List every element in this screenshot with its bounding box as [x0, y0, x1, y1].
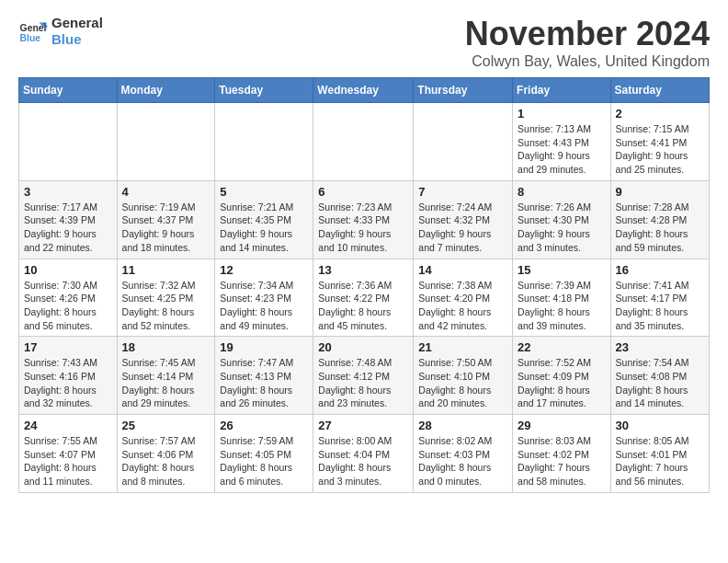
calendar-empty	[117, 103, 215, 181]
calendar-week-row: 1Sunrise: 7:13 AMSunset: 4:43 PMDaylight…	[19, 103, 710, 181]
day-info: Sunrise: 7:54 AMSunset: 4:08 PMDaylight:…	[616, 356, 704, 410]
calendar-day: 6Sunrise: 7:23 AMSunset: 4:33 PMDaylight…	[313, 180, 414, 259]
weekday-header: Tuesday	[215, 78, 313, 103]
calendar-day: 4Sunrise: 7:19 AMSunset: 4:37 PMDaylight…	[117, 180, 215, 259]
weekday-header: Sunday	[19, 78, 118, 103]
day-number: 19	[220, 340, 308, 354]
day-info: Sunrise: 7:28 AMSunset: 4:28 PMDaylight:…	[616, 201, 704, 255]
day-info: Sunrise: 7:19 AMSunset: 4:37 PMDaylight:…	[122, 201, 210, 255]
day-number: 5	[220, 185, 308, 199]
day-number: 1	[518, 107, 606, 121]
day-number: 10	[24, 263, 112, 277]
day-info: Sunrise: 7:59 AMSunset: 4:05 PMDaylight:…	[220, 434, 308, 488]
day-number: 28	[418, 419, 507, 432]
day-info: Sunrise: 7:26 AMSunset: 4:30 PMDaylight:…	[518, 201, 606, 255]
day-info: Sunrise: 8:02 AMSunset: 4:03 PMDaylight:…	[418, 434, 507, 488]
day-info: Sunrise: 7:23 AMSunset: 4:33 PMDaylight:…	[318, 201, 408, 255]
day-number: 16	[616, 263, 704, 277]
calendar-day: 10Sunrise: 7:30 AMSunset: 4:26 PMDayligh…	[19, 259, 118, 337]
day-info: Sunrise: 7:36 AMSunset: 4:22 PMDaylight:…	[318, 279, 408, 333]
day-number: 25	[122, 419, 210, 432]
day-info: Sunrise: 7:55 AMSunset: 4:07 PMDaylight:…	[24, 434, 112, 488]
day-info: Sunrise: 8:05 AMSunset: 4:01 PMDaylight:…	[616, 434, 704, 488]
day-number: 15	[518, 263, 606, 277]
day-info: Sunrise: 7:43 AMSunset: 4:16 PMDaylight:…	[24, 356, 112, 410]
calendar-week-row: 24Sunrise: 7:55 AMSunset: 4:07 PMDayligh…	[19, 415, 710, 493]
day-info: Sunrise: 7:41 AMSunset: 4:17 PMDaylight:…	[616, 279, 704, 333]
calendar-day: 25Sunrise: 7:57 AMSunset: 4:06 PMDayligh…	[117, 415, 215, 493]
day-number: 30	[616, 419, 704, 432]
day-number: 8	[518, 185, 606, 199]
day-info: Sunrise: 8:00 AMSunset: 4:04 PMDaylight:…	[318, 434, 408, 488]
calendar-day: 17Sunrise: 7:43 AMSunset: 4:16 PMDayligh…	[19, 337, 118, 415]
day-number: 22	[518, 340, 606, 354]
day-info: Sunrise: 7:21 AMSunset: 4:35 PMDaylight:…	[220, 201, 308, 255]
day-info: Sunrise: 7:32 AMSunset: 4:25 PMDaylight:…	[122, 279, 210, 333]
day-info: Sunrise: 7:15 AMSunset: 4:41 PMDaylight:…	[616, 122, 704, 177]
calendar-day: 28Sunrise: 8:02 AMSunset: 4:03 PMDayligh…	[414, 415, 513, 493]
day-number: 24	[24, 419, 112, 432]
calendar-day: 27Sunrise: 8:00 AMSunset: 4:04 PMDayligh…	[313, 415, 414, 493]
calendar-day: 26Sunrise: 7:59 AMSunset: 4:05 PMDayligh…	[215, 415, 313, 493]
day-number: 11	[122, 263, 210, 277]
weekday-header: Friday	[513, 78, 611, 103]
day-number: 27	[318, 419, 408, 432]
calendar-day: 20Sunrise: 7:48 AMSunset: 4:12 PMDayligh…	[313, 337, 414, 415]
calendar-day: 8Sunrise: 7:26 AMSunset: 4:30 PMDaylight…	[513, 180, 611, 259]
day-info: Sunrise: 7:38 AMSunset: 4:20 PMDaylight:…	[418, 279, 507, 333]
calendar-day: 12Sunrise: 7:34 AMSunset: 4:23 PMDayligh…	[215, 259, 313, 337]
calendar-day: 7Sunrise: 7:24 AMSunset: 4:32 PMDaylight…	[414, 180, 513, 259]
calendar-day: 30Sunrise: 8:05 AMSunset: 4:01 PMDayligh…	[610, 415, 709, 493]
day-number: 13	[318, 263, 408, 277]
day-number: 29	[518, 419, 606, 432]
calendar-day: 23Sunrise: 7:54 AMSunset: 4:08 PMDayligh…	[610, 337, 709, 415]
calendar-day: 14Sunrise: 7:38 AMSunset: 4:20 PMDayligh…	[414, 259, 513, 337]
day-number: 12	[220, 263, 308, 277]
day-info: Sunrise: 7:13 AMSunset: 4:43 PMDaylight:…	[518, 122, 606, 177]
logo: General Blue General Blue	[18, 15, 103, 48]
calendar-day: 19Sunrise: 7:47 AMSunset: 4:13 PMDayligh…	[215, 337, 313, 415]
calendar-day: 18Sunrise: 7:45 AMSunset: 4:14 PMDayligh…	[117, 337, 215, 415]
month-title: November 2024	[465, 15, 710, 53]
day-info: Sunrise: 7:57 AMSunset: 4:06 PMDaylight:…	[122, 434, 210, 488]
day-info: Sunrise: 7:47 AMSunset: 4:13 PMDaylight:…	[220, 356, 308, 410]
day-number: 17	[24, 340, 112, 354]
day-info: Sunrise: 7:50 AMSunset: 4:10 PMDaylight:…	[418, 356, 507, 410]
day-info: Sunrise: 8:03 AMSunset: 4:02 PMDaylight:…	[518, 434, 606, 488]
logo-icon: General Blue	[18, 17, 48, 46]
calendar-day: 15Sunrise: 7:39 AMSunset: 4:18 PMDayligh…	[513, 259, 611, 337]
day-number: 6	[318, 185, 408, 199]
day-number: 14	[418, 263, 507, 277]
svg-text:Blue: Blue	[20, 33, 41, 43]
calendar-day: 11Sunrise: 7:32 AMSunset: 4:25 PMDayligh…	[117, 259, 215, 337]
day-info: Sunrise: 7:45 AMSunset: 4:14 PMDaylight:…	[122, 356, 210, 410]
calendar-empty	[215, 103, 313, 181]
calendar-empty	[313, 103, 414, 181]
calendar-day: 22Sunrise: 7:52 AMSunset: 4:09 PMDayligh…	[513, 337, 611, 415]
calendar-day: 9Sunrise: 7:28 AMSunset: 4:28 PMDaylight…	[610, 180, 709, 259]
day-info: Sunrise: 7:39 AMSunset: 4:18 PMDaylight:…	[518, 279, 606, 333]
day-number: 21	[418, 340, 507, 354]
day-number: 4	[122, 185, 210, 199]
title-area: November 2024 Colwyn Bay, Wales, United …	[465, 15, 710, 70]
calendar-day: 2Sunrise: 7:15 AMSunset: 4:41 PMDaylight…	[610, 103, 709, 181]
calendar-day: 13Sunrise: 7:36 AMSunset: 4:22 PMDayligh…	[313, 259, 414, 337]
location-title: Colwyn Bay, Wales, United Kingdom	[465, 53, 710, 70]
logo-text-blue: Blue	[51, 31, 103, 48]
header: General Blue General Blue November 2024 …	[18, 15, 710, 70]
weekday-header-row: SundayMondayTuesdayWednesdayThursdayFrid…	[19, 78, 710, 103]
day-number: 3	[24, 185, 112, 199]
calendar-week-row: 3Sunrise: 7:17 AMSunset: 4:39 PMDaylight…	[19, 180, 710, 259]
day-info: Sunrise: 7:24 AMSunset: 4:32 PMDaylight:…	[418, 201, 507, 255]
day-number: 18	[122, 340, 210, 354]
calendar-day: 29Sunrise: 8:03 AMSunset: 4:02 PMDayligh…	[513, 415, 611, 493]
calendar-table: SundayMondayTuesdayWednesdayThursdayFrid…	[18, 77, 710, 493]
day-number: 7	[418, 185, 507, 199]
calendar-day: 5Sunrise: 7:21 AMSunset: 4:35 PMDaylight…	[215, 180, 313, 259]
weekday-header: Thursday	[414, 78, 513, 103]
day-info: Sunrise: 7:34 AMSunset: 4:23 PMDaylight:…	[220, 279, 308, 333]
weekday-header: Wednesday	[313, 78, 414, 103]
calendar-week-row: 10Sunrise: 7:30 AMSunset: 4:26 PMDayligh…	[19, 259, 710, 337]
day-number: 23	[616, 340, 704, 354]
calendar-empty	[19, 103, 118, 181]
